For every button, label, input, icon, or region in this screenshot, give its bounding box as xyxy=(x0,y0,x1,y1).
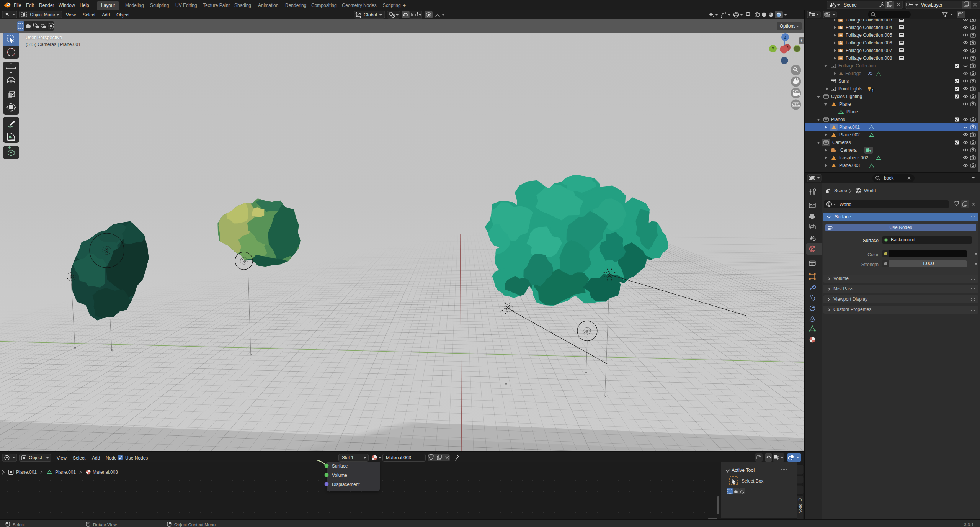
svg-text:4: 4 xyxy=(872,88,874,92)
svg-text:ViewLayer: ViewLayer xyxy=(921,2,942,8)
svg-text:Node: Node xyxy=(798,504,802,514)
svg-text:Global: Global xyxy=(364,12,377,18)
svg-text:Material.003: Material.003 xyxy=(93,470,118,475)
svg-text:Plane.001: Plane.001 xyxy=(55,470,76,475)
svg-text:Y: Y xyxy=(772,47,774,51)
svg-text:Z: Z xyxy=(784,35,786,39)
svg-text:Scene: Scene xyxy=(834,188,847,193)
svg-text:World: World xyxy=(864,188,876,193)
svg-text:Scene: Scene xyxy=(844,2,857,8)
svg-text:Select Box: Select Box xyxy=(742,478,763,484)
svg-text:World: World xyxy=(840,202,851,207)
svg-text:O: O xyxy=(798,498,802,501)
svg-text:Plane.001: Plane.001 xyxy=(16,470,37,475)
svg-text:back: back xyxy=(884,175,894,181)
